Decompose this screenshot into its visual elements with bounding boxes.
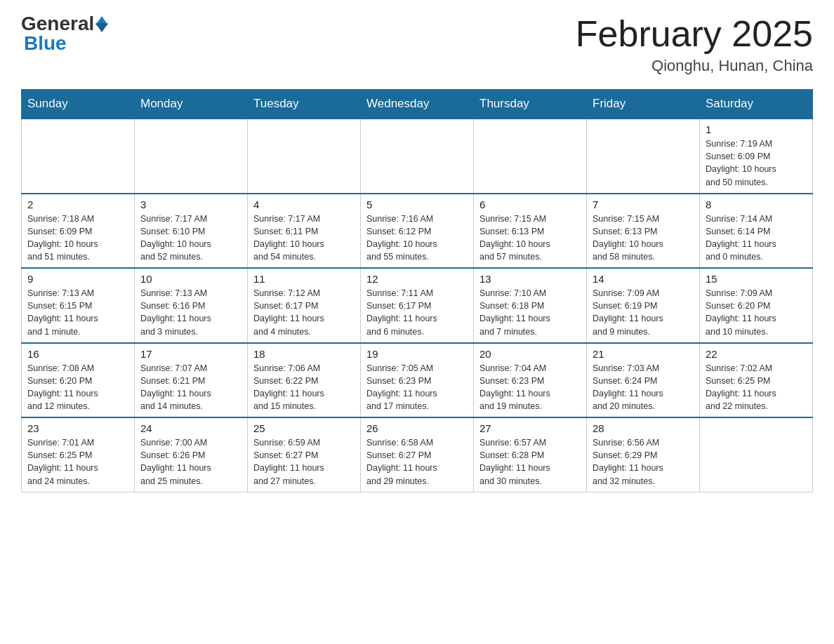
- calendar-week-row: 16Sunrise: 7:08 AM Sunset: 6:20 PM Dayli…: [22, 343, 813, 418]
- calendar-day-10: 10Sunrise: 7:13 AM Sunset: 6:16 PM Dayli…: [135, 268, 248, 343]
- day-number: 24: [140, 422, 241, 434]
- day-info: Sunrise: 7:15 AM Sunset: 6:13 PM Dayligh…: [593, 213, 694, 264]
- calendar-day-11: 11Sunrise: 7:12 AM Sunset: 6:17 PM Dayli…: [248, 268, 361, 343]
- calendar-empty-cell: [135, 119, 248, 194]
- day-info: Sunrise: 7:11 AM Sunset: 6:17 PM Dayligh…: [366, 287, 468, 338]
- calendar-week-row: 2Sunrise: 7:18 AM Sunset: 6:09 PM Daylig…: [22, 194, 813, 269]
- calendar-week-row: 9Sunrise: 7:13 AM Sunset: 6:15 PM Daylig…: [22, 268, 813, 343]
- day-info: Sunrise: 7:01 AM Sunset: 6:25 PM Dayligh…: [27, 436, 128, 488]
- calendar-day-5: 5Sunrise: 7:16 AM Sunset: 6:12 PM Daylig…: [361, 194, 474, 269]
- day-number: 3: [140, 199, 241, 210]
- day-number: 28: [593, 422, 694, 434]
- day-info: Sunrise: 7:09 AM Sunset: 6:20 PM Dayligh…: [706, 287, 807, 338]
- calendar-header-row: SundayMondayTuesdayWednesdayThursdayFrid…: [22, 90, 813, 119]
- day-number: 11: [253, 273, 355, 285]
- day-info: Sunrise: 7:03 AM Sunset: 6:24 PM Dayligh…: [593, 362, 694, 413]
- day-number: 21: [593, 348, 694, 360]
- day-number: 8: [706, 199, 807, 210]
- day-info: Sunrise: 7:00 AM Sunset: 6:26 PM Dayligh…: [140, 436, 241, 488]
- day-number: 6: [479, 199, 581, 210]
- calendar-day-15: 15Sunrise: 7:09 AM Sunset: 6:20 PM Dayli…: [700, 268, 813, 343]
- day-info: Sunrise: 7:06 AM Sunset: 6:22 PM Dayligh…: [253, 362, 355, 413]
- day-number: 4: [253, 199, 355, 210]
- day-number: 23: [27, 422, 128, 434]
- day-info: Sunrise: 7:05 AM Sunset: 6:23 PM Dayligh…: [366, 362, 468, 413]
- day-number: 13: [479, 273, 581, 285]
- calendar-day-6: 6Sunrise: 7:15 AM Sunset: 6:13 PM Daylig…: [474, 194, 587, 269]
- weekday-header-wednesday: Wednesday: [361, 90, 474, 119]
- day-info: Sunrise: 6:56 AM Sunset: 6:29 PM Dayligh…: [593, 436, 694, 488]
- day-info: Sunrise: 7:13 AM Sunset: 6:15 PM Dayligh…: [27, 287, 128, 338]
- calendar-table: SundayMondayTuesdayWednesdayThursdayFrid…: [21, 89, 813, 492]
- calendar-empty-cell: [361, 119, 474, 194]
- day-info: Sunrise: 7:08 AM Sunset: 6:20 PM Dayligh…: [27, 362, 128, 413]
- day-number: 14: [593, 273, 694, 285]
- calendar-empty-cell: [700, 417, 813, 492]
- day-info: Sunrise: 7:14 AM Sunset: 6:14 PM Dayligh…: [706, 213, 807, 264]
- day-number: 16: [27, 348, 128, 360]
- day-number: 10: [140, 273, 241, 285]
- month-title: February 2025: [576, 14, 813, 54]
- calendar-empty-cell: [22, 119, 135, 194]
- day-info: Sunrise: 7:17 AM Sunset: 6:10 PM Dayligh…: [140, 213, 241, 264]
- calendar-empty-cell: [248, 119, 361, 194]
- weekday-header-thursday: Thursday: [474, 90, 587, 119]
- day-info: Sunrise: 6:58 AM Sunset: 6:27 PM Dayligh…: [366, 436, 468, 488]
- day-number: 25: [253, 422, 355, 434]
- day-number: 26: [366, 422, 468, 434]
- calendar-day-28: 28Sunrise: 6:56 AM Sunset: 6:29 PM Dayli…: [587, 417, 700, 492]
- day-number: 9: [27, 273, 128, 285]
- day-number: 27: [479, 422, 581, 434]
- calendar-empty-cell: [474, 119, 587, 194]
- weekday-header-monday: Monday: [135, 90, 248, 119]
- day-info: Sunrise: 7:09 AM Sunset: 6:19 PM Dayligh…: [593, 287, 694, 338]
- calendar-day-13: 13Sunrise: 7:10 AM Sunset: 6:18 PM Dayli…: [474, 268, 587, 343]
- day-info: Sunrise: 7:17 AM Sunset: 6:11 PM Dayligh…: [253, 213, 355, 264]
- calendar-day-9: 9Sunrise: 7:13 AM Sunset: 6:15 PM Daylig…: [22, 268, 135, 343]
- calendar-day-23: 23Sunrise: 7:01 AM Sunset: 6:25 PM Dayli…: [22, 417, 135, 492]
- day-info: Sunrise: 7:18 AM Sunset: 6:09 PM Dayligh…: [27, 213, 128, 264]
- day-info: Sunrise: 7:04 AM Sunset: 6:23 PM Dayligh…: [479, 362, 581, 413]
- calendar-day-14: 14Sunrise: 7:09 AM Sunset: 6:19 PM Dayli…: [587, 268, 700, 343]
- calendar-day-21: 21Sunrise: 7:03 AM Sunset: 6:24 PM Dayli…: [587, 343, 700, 418]
- logo-blue-text: Blue: [24, 34, 67, 53]
- day-number: 7: [593, 199, 694, 210]
- calendar-day-3: 3Sunrise: 7:17 AM Sunset: 6:10 PM Daylig…: [135, 194, 248, 269]
- calendar-day-17: 17Sunrise: 7:07 AM Sunset: 6:21 PM Dayli…: [135, 343, 248, 418]
- calendar-empty-cell: [587, 119, 700, 194]
- day-number: 20: [479, 348, 581, 360]
- calendar-day-26: 26Sunrise: 6:58 AM Sunset: 6:27 PM Dayli…: [361, 417, 474, 492]
- logo: General Blue: [21, 14, 108, 53]
- calendar-week-row: 1Sunrise: 7:19 AM Sunset: 6:09 PM Daylig…: [22, 119, 813, 194]
- calendar-day-12: 12Sunrise: 7:11 AM Sunset: 6:17 PM Dayli…: [361, 268, 474, 343]
- calendar-day-18: 18Sunrise: 7:06 AM Sunset: 6:22 PM Dayli…: [248, 343, 361, 418]
- day-number: 19: [366, 348, 468, 360]
- calendar-day-25: 25Sunrise: 6:59 AM Sunset: 6:27 PM Dayli…: [248, 417, 361, 492]
- calendar-week-row: 23Sunrise: 7:01 AM Sunset: 6:25 PM Dayli…: [22, 417, 813, 492]
- calendar-day-7: 7Sunrise: 7:15 AM Sunset: 6:13 PM Daylig…: [587, 194, 700, 269]
- calendar-day-27: 27Sunrise: 6:57 AM Sunset: 6:28 PM Dayli…: [474, 417, 587, 492]
- page-header: General Blue February 2025 Qionghu, Huna…: [21, 14, 813, 75]
- day-number: 15: [706, 273, 807, 285]
- title-section: February 2025 Qionghu, Hunan, China: [576, 14, 813, 75]
- day-info: Sunrise: 7:07 AM Sunset: 6:21 PM Dayligh…: [140, 362, 241, 413]
- weekday-header-sunday: Sunday: [22, 90, 135, 119]
- day-number: 1: [706, 123, 807, 135]
- logo-general-text: General: [21, 14, 94, 34]
- day-number: 18: [253, 348, 355, 360]
- weekday-header-tuesday: Tuesday: [248, 90, 361, 119]
- logo-icon: [95, 16, 108, 32]
- location: Qionghu, Hunan, China: [576, 57, 813, 75]
- day-info: Sunrise: 6:57 AM Sunset: 6:28 PM Dayligh…: [479, 436, 581, 488]
- day-info: Sunrise: 7:15 AM Sunset: 6:13 PM Dayligh…: [479, 213, 581, 264]
- day-number: 22: [706, 348, 807, 360]
- day-info: Sunrise: 6:59 AM Sunset: 6:27 PM Dayligh…: [253, 436, 355, 488]
- day-info: Sunrise: 7:02 AM Sunset: 6:25 PM Dayligh…: [706, 362, 807, 413]
- day-number: 5: [366, 199, 468, 210]
- calendar-day-24: 24Sunrise: 7:00 AM Sunset: 6:26 PM Dayli…: [135, 417, 248, 492]
- day-number: 2: [27, 199, 128, 210]
- day-info: Sunrise: 7:13 AM Sunset: 6:16 PM Dayligh…: [140, 287, 241, 338]
- day-info: Sunrise: 7:10 AM Sunset: 6:18 PM Dayligh…: [479, 287, 581, 338]
- calendar-day-16: 16Sunrise: 7:08 AM Sunset: 6:20 PM Dayli…: [22, 343, 135, 418]
- calendar-day-1: 1Sunrise: 7:19 AM Sunset: 6:09 PM Daylig…: [700, 119, 813, 194]
